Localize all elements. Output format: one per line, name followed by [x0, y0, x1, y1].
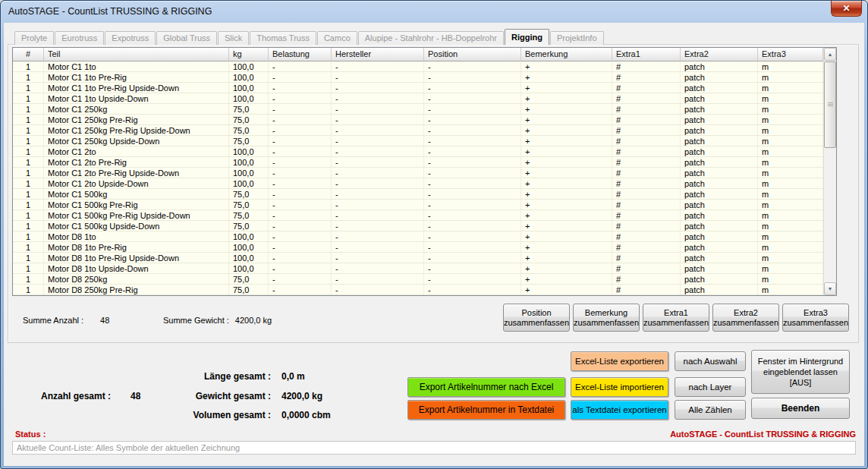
- table-cell: m: [758, 93, 823, 104]
- position-zusammenfassen-button[interactable]: Position zusammenfassen: [503, 304, 570, 332]
- table-row[interactable]: 1Motor C1 250kg Pre-Rig Upside-Down75,0-…: [13, 125, 823, 136]
- scroll-up-button[interactable]: ▲: [824, 48, 836, 61]
- count-nach-layer-button[interactable]: nach Layer: [675, 377, 746, 397]
- column-header-hersteller[interactable]: Hersteller: [332, 48, 424, 61]
- tab-prolyte[interactable]: Prolyte: [14, 31, 54, 45]
- table-row[interactable]: 1Motor C1 1to Upside-Down100,0---+#patch…: [13, 93, 823, 104]
- column-header-position[interactable]: Position: [424, 48, 521, 61]
- close-button[interactable]: ✕: [831, 1, 862, 17]
- scrollbar-thumb[interactable]: [824, 61, 836, 148]
- total-length-value: 0,0 m: [281, 371, 305, 382]
- column-header-belastung[interactable]: Belastung: [269, 48, 332, 61]
- tab-projektinfo[interactable]: ProjektInfo: [550, 31, 604, 45]
- column-header-extra1[interactable]: Extra1: [612, 48, 681, 61]
- column-header-bemerkung[interactable]: Bemerkung: [521, 48, 612, 61]
- table-row[interactable]: 1Motor D8 1to Upside-Down100,0---+#patch…: [13, 263, 823, 274]
- table-row[interactable]: 1Motor C1 250kg75,0---+#patchm: [13, 104, 823, 115]
- column-header-kg[interactable]: kg: [229, 48, 269, 61]
- status-label: Status :: [15, 430, 46, 439]
- table-cell: patch: [681, 72, 758, 83]
- table-row[interactable]: 1Motor C1 1to Pre-Rig Upside-Down100,0--…: [13, 83, 823, 93]
- extra2-zusammenfassen-button[interactable]: Extra2 zusammenfassen: [712, 304, 779, 332]
- table-cell: -: [269, 168, 332, 178]
- table-cell: 1: [13, 274, 44, 285]
- tab-eurotruss[interactable]: Eurotruss: [55, 31, 104, 45]
- table-row[interactable]: 1Motor C1 500kg75,0---+#patchm: [13, 189, 823, 200]
- table-cell: patch: [681, 178, 758, 189]
- table-cell: patch: [681, 136, 758, 146]
- table-row[interactable]: 1Motor C1 1to Pre-Rig100,0---+#patchm: [13, 72, 823, 83]
- scroll-down-button[interactable]: ▼: [824, 282, 836, 295]
- table-cell: +: [521, 189, 612, 200]
- table-row[interactable]: 1Motor C1 500kg Pre-Rig Upside-Down75,0-…: [13, 210, 823, 221]
- table-row[interactable]: 1Motor D8 250kg75,0---+#patchm: [13, 274, 823, 285]
- sum-count: Summe Anzahl :48: [23, 316, 109, 325]
- column-header-[interactable]: #: [13, 48, 44, 61]
- extra1-zusammenfassen-button[interactable]: Extra1 zusammenfassen: [643, 304, 709, 332]
- tab-camco[interactable]: Camco: [317, 31, 357, 45]
- table-row[interactable]: 1Motor C1 500kg Upside-Down75,0---+#patc…: [13, 221, 823, 231]
- tab-rigging[interactable]: Rigging: [505, 29, 549, 45]
- column-header-extra2[interactable]: Extra2: [681, 48, 758, 61]
- table-cell: +: [521, 83, 612, 93]
- table-cell: -: [424, 93, 521, 104]
- tab-slick[interactable]: Slick: [218, 31, 249, 45]
- table-row[interactable]: 1Motor D8 1to Pre-Rig100,0---+#patchm: [13, 242, 823, 253]
- table-cell: #: [612, 178, 681, 189]
- export-articlenumber-textfile-button[interactable]: Export Artikelnummer in Textdatei: [407, 400, 565, 420]
- export-articlenumber-excel-button[interactable]: Export Artikelnummer nach Excel: [407, 377, 565, 397]
- quit-button[interactable]: Beenden: [751, 398, 850, 419]
- table-cell: Motor D8 1to: [44, 231, 229, 242]
- table-row[interactable]: 1Motor C1 500kg Pre-Rig75,0---+#patchm: [13, 200, 823, 210]
- table-row[interactable]: 1Motor C1 250kg Upside-Down75,0---+#patc…: [13, 136, 823, 146]
- table-cell: #: [612, 221, 681, 231]
- tab-expotruss[interactable]: Expotruss: [105, 31, 156, 45]
- textfile-export-button[interactable]: als Textdatei exportieren: [571, 400, 668, 420]
- title-bar[interactable]: AutoSTAGE - CountList TRUSSING & RIGGING…: [1, 1, 867, 23]
- table-row[interactable]: 1Motor C1 2to Pre-Rig100,0---+#patchm: [13, 157, 823, 168]
- table-cell: +: [521, 146, 612, 157]
- table-cell: -: [424, 231, 521, 242]
- table-row[interactable]: 1Motor C1 1to100,0---+#patchm: [13, 61, 823, 72]
- table-cell: +: [521, 210, 612, 221]
- table-cell: m: [758, 200, 823, 210]
- table-cell: Motor C1 1to Pre-Rig Upside-Down: [44, 83, 229, 93]
- sum-count-label: Summe Anzahl :: [23, 316, 83, 325]
- excel-list-export-button[interactable]: Excel-Liste exportieren: [571, 351, 668, 371]
- keep-window-background-toggle[interactable]: Fenster im Hintergrund eingeblendet lass…: [751, 350, 850, 394]
- table-row[interactable]: 1Motor C1 2to Upside-Down100,0---+#patch…: [13, 178, 823, 189]
- countlist-table[interactable]: #TeilkgBelastungHerstellerPositionBemerk…: [12, 47, 837, 296]
- bemerkung-zusammenfassen-button[interactable]: Bemerkung zusammenfassen: [573, 304, 640, 332]
- count-nach-auswahl-button[interactable]: nach Auswahl: [675, 351, 746, 371]
- excel-list-import-button[interactable]: Excel-Liste importieren: [571, 377, 668, 397]
- table-cell: #: [612, 157, 681, 168]
- column-header-extra3[interactable]: Extra3: [758, 48, 823, 61]
- table-cell: 1: [13, 125, 44, 136]
- table-cell: 100,0: [229, 72, 269, 83]
- table-cell: patch: [681, 263, 758, 274]
- table-row[interactable]: 1Motor D8 1to100,0---+#patchm: [13, 231, 823, 242]
- tab-alupipe-stahlrohr-hb-doppelrohr[interactable]: Alupipe - Stahlrohr - HB-Doppelrohr: [358, 31, 504, 45]
- table-row[interactable]: 1Motor D8 250kg Pre-Rig75,0---+#patchm: [13, 285, 823, 295]
- table-row[interactable]: 1Motor C1 2to Pre-Rig Upside-Down100,0--…: [13, 168, 823, 178]
- table-cell: #: [612, 104, 681, 115]
- table-cell: -: [332, 210, 424, 221]
- table-row[interactable]: 1Motor C1 2to100,0---+#patchm: [13, 146, 823, 157]
- column-header-teil[interactable]: Teil: [44, 48, 229, 61]
- table-cell: 1: [13, 242, 44, 253]
- table-body[interactable]: 1Motor C1 1to100,0---+#patchm1Motor C1 1…: [13, 61, 823, 295]
- table-cell: 100,0: [229, 263, 269, 274]
- table-row[interactable]: 1Motor D8 1to Pre-Rig Upside-Down100,0--…: [13, 253, 823, 263]
- table-cell: patch: [681, 285, 758, 295]
- vertical-scrollbar[interactable]: ▲ ▼: [823, 48, 836, 295]
- count-alle-zählen-button[interactable]: Alle Zählen: [675, 400, 746, 420]
- table-cell: m: [758, 231, 823, 242]
- extra3-zusammenfassen-button[interactable]: Extra3 zusammenfassen: [782, 304, 849, 332]
- table-row[interactable]: 1Motor C1 250kg Pre-Rig75,0---+#patchm: [13, 115, 823, 125]
- table-cell: m: [758, 263, 823, 274]
- table-cell: Motor C1 250kg Upside-Down: [44, 136, 229, 146]
- table-cell: -: [332, 200, 424, 210]
- tab-thomas-truss[interactable]: Thomas Truss: [250, 31, 316, 45]
- tab-global-truss[interactable]: Global Truss: [156, 31, 217, 45]
- status-message-field[interactable]: [12, 441, 856, 455]
